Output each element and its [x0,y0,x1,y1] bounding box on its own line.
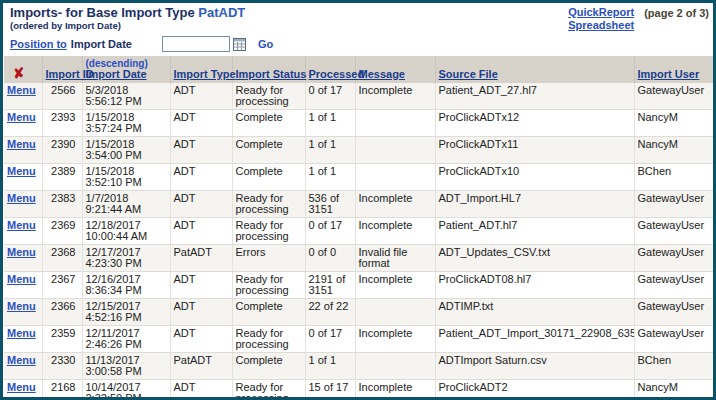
column-header-processed: Processed [305,56,355,83]
cell-import-type: PatADT [170,245,232,272]
row-menu-link[interactable]: Menu [7,327,36,339]
table-row: Menu23891/15/2018 3:52:10 PMADTComplete1… [4,164,716,191]
table-row: Menu23931/15/2018 3:57:24 PMADTComplete1… [4,110,716,137]
cell-import-date: 5/3/2018 5:56:12 PM [82,83,170,110]
cell-import-date: 1/15/2018 3:57:24 PM [82,110,170,137]
cell-import-user: GatewayUser [634,272,716,299]
spreadsheet-link[interactable]: Spreadsheet [568,19,634,32]
cell-import-date: 12/15/2017 4:52:16 PM [82,299,170,326]
cell-source-file: ADT_Import.HL7 [435,191,634,218]
delete-x-icon[interactable]: ✘ [12,67,25,80]
page-header: Imports- for Base Import Type PatADT (or… [3,3,713,32]
cell-import-type: ADT [170,299,232,326]
cell-import-status: Ready for processing [232,326,305,353]
sort-import-type-link[interactable]: Import Type [174,68,236,80]
cell-source-file: ProClickADTx12 [435,110,634,137]
cell-import-user: NancyM [634,380,716,400]
cell-import-status: Complete [232,353,305,380]
position-field-label: Import Date [71,38,132,50]
cell-import-id: 2369 [42,218,82,245]
cell-import-id: 2168 [42,380,82,400]
cell-processed: 536 of 3151 [305,191,355,218]
row-menu-link[interactable]: Menu [7,354,36,366]
sort-source-file-link[interactable]: Source File [439,68,498,80]
table-row: Menu25665/3/2018 5:56:12 PMADTReady for … [4,83,716,110]
menu-cell: Menu [4,353,42,380]
position-date-input[interactable] [162,36,230,52]
cell-import-user: GatewayUser [634,83,716,110]
table-row: Menu236712/16/2017 8:36:34 PMADTReady fo… [4,272,716,299]
menu-cell: Menu [4,83,42,110]
cell-message: Incomplete [355,380,435,400]
column-header-message: Message [355,56,435,83]
cell-import-type: ADT [170,137,232,164]
row-menu-link[interactable]: Menu [7,300,36,312]
cell-import-user: GatewayUser [634,326,716,353]
row-menu-link[interactable]: Menu [7,111,36,123]
menu-cell: Menu [4,110,42,137]
cell-import-status: Errors [232,245,305,272]
cell-import-type: PatADT [170,353,232,380]
table-row: Menu236812/17/2017 4:23:30 PMPatADTError… [4,245,716,272]
sort-message-link[interactable]: Message [359,68,405,80]
cell-import-type: ADT [170,326,232,353]
cell-source-file: Patient_ADT_27.hl7 [435,83,634,110]
cell-message: Incomplete [355,326,435,353]
cell-import-type: ADT [170,218,232,245]
page-subtitle: (ordered by Import Date) [10,20,245,31]
cell-import-date: 12/18/2017 10:00:44 AM [82,218,170,245]
sort-processed-link[interactable]: Processed [309,68,365,80]
cell-source-file: Patient_ADT_Import_30171_22908_635805608… [435,326,634,353]
menu-cell: Menu [4,380,42,400]
row-menu-link[interactable]: Menu [7,138,36,150]
header-right: QuickReport Spreadsheet (page 2 of 3) [568,6,709,32]
cell-import-date: 10/14/2017 2:32:50 PM [82,380,170,400]
cell-import-date: 12/17/2017 4:23:30 PM [82,245,170,272]
column-header-import-id: Import ID [42,56,82,83]
column-header-import-type: Import Type [170,56,232,83]
calendar-icon[interactable] [233,38,246,51]
quickreport-link[interactable]: QuickReport [568,6,634,19]
row-menu-link[interactable]: Menu [7,84,36,96]
cell-message [355,299,435,326]
cell-import-status: Ready for processing [232,83,305,110]
sort-import-status-link[interactable]: Import Status [236,68,307,80]
cell-import-id: 2393 [42,110,82,137]
cell-message: Incomplete [355,191,435,218]
row-menu-link[interactable]: Menu [7,246,36,258]
row-menu-link[interactable]: Menu [7,219,36,231]
go-button[interactable]: Go [258,38,273,50]
cell-source-file: ProClickADTx10 [435,164,634,191]
table-row: Menu233011/13/2017 3:00:58 PMPatADTCompl… [4,353,716,380]
table-row: Menu23901/15/2018 3:54:00 PMADTComplete1… [4,137,716,164]
position-to-bar: Position to Import Date Go [3,32,713,56]
cell-import-id: 2368 [42,245,82,272]
cell-source-file: Patient_ADT.hl7 [435,218,634,245]
row-menu-link[interactable]: Menu [7,165,36,177]
cell-import-status: Complete [232,110,305,137]
page-title-text: Imports- for Base Import Type [10,5,198,20]
cell-import-id: 2330 [42,353,82,380]
position-to-link[interactable]: Position to [10,38,67,50]
cell-import-user: GatewayUser [634,191,716,218]
cell-processed: 1 of 1 [305,137,355,164]
menu-cell: Menu [4,218,42,245]
cell-message [355,353,435,380]
menu-cell: Menu [4,245,42,272]
cell-import-id: 2383 [42,191,82,218]
cell-source-file: ProClickADTx11 [435,137,634,164]
cell-import-date: 11/13/2017 3:00:58 PM [82,353,170,380]
sort-import-date-link[interactable]: Import Date [86,68,147,80]
row-menu-link[interactable]: Menu [7,192,36,204]
cell-processed: 1 of 1 [305,164,355,191]
cell-source-file: ADT_Updates_CSV.txt [435,245,634,272]
table-body: Menu25665/3/2018 5:56:12 PMADTReady for … [4,83,716,400]
cell-import-user: BChen [634,164,716,191]
sort-import-user-link[interactable]: Import User [638,68,700,80]
cell-processed: 1 of 1 [305,110,355,137]
column-header-import-status: Import Status [232,56,305,83]
cell-import-status: Ready for processing [232,380,305,400]
cell-import-date: 1/15/2018 3:52:10 PM [82,164,170,191]
row-menu-link[interactable]: Menu [7,273,36,285]
row-menu-link[interactable]: Menu [7,381,36,393]
